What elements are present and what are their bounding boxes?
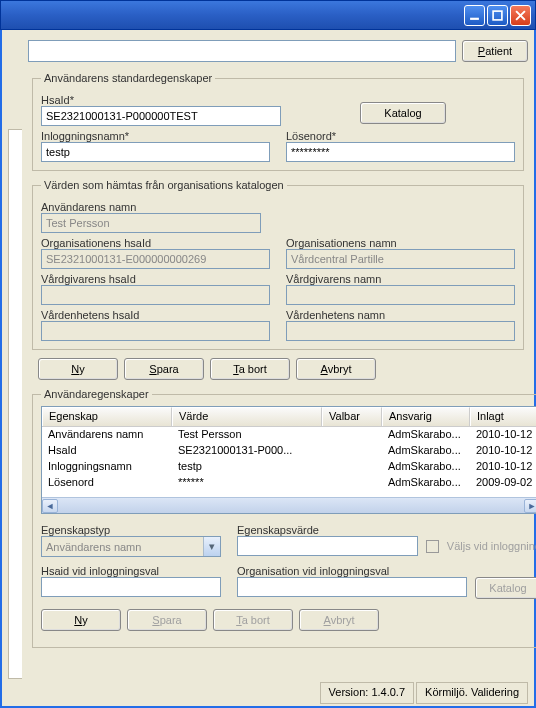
org-name-label: Organisationens namn	[286, 237, 515, 249]
table-cell: 2009-09-02	[470, 475, 536, 491]
table-cell	[322, 443, 382, 459]
minimize-button[interactable]	[464, 5, 485, 26]
org-login-input[interactable]	[237, 577, 467, 597]
th-valbar[interactable]: Valbar	[322, 407, 382, 426]
th-varde[interactable]: Värde	[172, 407, 322, 426]
user-properties-group: Användaregenskaper Egenskap Värde Valbar…	[32, 388, 536, 648]
katalog-button-2: Katalog	[475, 577, 536, 599]
close-button[interactable]	[510, 5, 531, 26]
property-type-dropdown[interactable]: ▾	[41, 536, 221, 557]
patient-search-input[interactable]	[28, 40, 456, 62]
table-cell: AdmSkarabo...	[382, 427, 470, 443]
cancel-button-2: Avbryt	[299, 609, 379, 631]
password-label: Lösenord*	[286, 130, 515, 142]
careunit-name-label: Vårdenhetens namn	[286, 309, 515, 321]
titlebar	[0, 0, 536, 30]
org-name-input	[286, 249, 515, 269]
login-name-label: Inloggningsnamn*	[41, 130, 270, 142]
table-cell: HsaId	[42, 443, 172, 459]
hsaid-input[interactable]	[41, 106, 281, 126]
table-row[interactable]: InloggningsnamntestpAdmSkarabo...2010-10…	[42, 459, 536, 475]
hsaid-login-label: Hsaid vid inloggningsval	[41, 565, 221, 577]
table-cell: Lösenord	[42, 475, 172, 491]
new-button-2[interactable]: Ny	[41, 609, 121, 631]
org-catalog-values-group: Värden som hämtas från organisations kat…	[32, 179, 524, 350]
status-version: Version: 1.4.0.7	[320, 682, 414, 704]
cancel-button[interactable]: Avbryt	[296, 358, 376, 380]
table-cell: AdmSkarabo...	[382, 475, 470, 491]
property-type-label: Egenskapstyp	[41, 524, 221, 536]
th-egenskap[interactable]: Egenskap	[42, 407, 172, 426]
table-cell: SE2321000131-P000...	[172, 443, 322, 459]
chevron-down-icon[interactable]: ▾	[203, 537, 220, 556]
save-button-2: Spara	[127, 609, 207, 631]
table-header-row: Egenskap Värde Valbar Ansvarig Inlagt	[42, 407, 536, 427]
select-at-login-label: Väljs vid inloggning	[447, 540, 536, 552]
table-cell	[322, 459, 382, 475]
new-button[interactable]: Ny	[38, 358, 118, 380]
org-hsaid-label: Organisationens hsaId	[41, 237, 270, 249]
org-login-label: Organisation vid inloggningsval	[237, 565, 536, 577]
horizontal-scrollbar[interactable]: ◄ ►	[42, 497, 536, 513]
table-cell	[322, 475, 382, 491]
table-cell: 2010-10-12	[470, 443, 536, 459]
table-cell: Användarens namn	[42, 427, 172, 443]
svg-rect-0	[470, 17, 479, 19]
table-row[interactable]: HsaIdSE2321000131-P000...AdmSkarabo...20…	[42, 443, 536, 459]
property-value-label: Egenskapsvärde	[237, 524, 536, 536]
org-hsaid-input	[41, 249, 270, 269]
scroll-track[interactable]	[58, 499, 524, 513]
table-cell: AdmSkarabo...	[382, 443, 470, 459]
table-cell: Test Persson	[172, 427, 322, 443]
table-cell: testp	[172, 459, 322, 475]
save-button[interactable]: Spara	[124, 358, 204, 380]
user-default-properties-group: Användarens standardegenskaper HsaId* Ka…	[32, 72, 524, 171]
katalog-button[interactable]: Katalog	[360, 102, 446, 124]
property-value-input[interactable]	[237, 536, 418, 556]
password-input[interactable]	[286, 142, 515, 162]
maximize-button[interactable]	[487, 5, 508, 26]
table-row[interactable]: Lösenord******AdmSkarabo...2009-09-02	[42, 475, 536, 491]
caregiver-hsaid-input	[41, 285, 270, 305]
patient-button[interactable]: Patient	[462, 40, 528, 62]
hsaid-label: HsaId*	[41, 94, 281, 106]
group-legend: Värden som hämtas från organisations kat…	[41, 179, 287, 191]
left-panel-edge	[8, 129, 22, 679]
group-legend: Användarens standardegenskaper	[41, 72, 215, 84]
user-name-input	[41, 213, 261, 233]
delete-button[interactable]: Ta bort	[210, 358, 290, 380]
login-name-input[interactable]	[41, 142, 270, 162]
careunit-name-input	[286, 321, 515, 341]
properties-table[interactable]: Egenskap Värde Valbar Ansvarig Inlagt An…	[41, 406, 536, 514]
table-cell: 2010-10-12	[470, 459, 536, 475]
property-type-value	[42, 537, 203, 556]
table-cell: 2010-10-12	[470, 427, 536, 443]
table-cell: AdmSkarabo...	[382, 459, 470, 475]
table-cell	[322, 427, 382, 443]
table-cell: Inloggningsnamn	[42, 459, 172, 475]
hsaid-login-input[interactable]	[41, 577, 221, 597]
th-ansvarig[interactable]: Ansvarig	[382, 407, 470, 426]
delete-button-2: Ta bort	[213, 609, 293, 631]
careunit-hsaid-input	[41, 321, 270, 341]
user-name-label: Användarens namn	[41, 201, 515, 213]
status-bar: Version: 1.4.0.7 Körmiljö. Validering	[8, 682, 528, 704]
table-row[interactable]: Användarens namnTest PerssonAdmSkarabo..…	[42, 427, 536, 443]
th-inlagt[interactable]: Inlagt	[470, 407, 536, 426]
caregiver-name-label: Vårdgivarens namn	[286, 273, 515, 285]
table-cell: ******	[172, 475, 322, 491]
group-legend: Användaregenskaper	[41, 388, 152, 400]
scroll-left-icon[interactable]: ◄	[42, 499, 58, 513]
svg-rect-1	[493, 11, 502, 20]
scroll-right-icon[interactable]: ►	[524, 499, 536, 513]
status-env: Körmiljö. Validering	[416, 682, 528, 704]
caregiver-hsaid-label: Vårdgivarens hsaId	[41, 273, 270, 285]
caregiver-name-input	[286, 285, 515, 305]
select-at-login-checkbox[interactable]	[426, 540, 439, 553]
careunit-hsaid-label: Vårdenhetens hsaId	[41, 309, 270, 321]
